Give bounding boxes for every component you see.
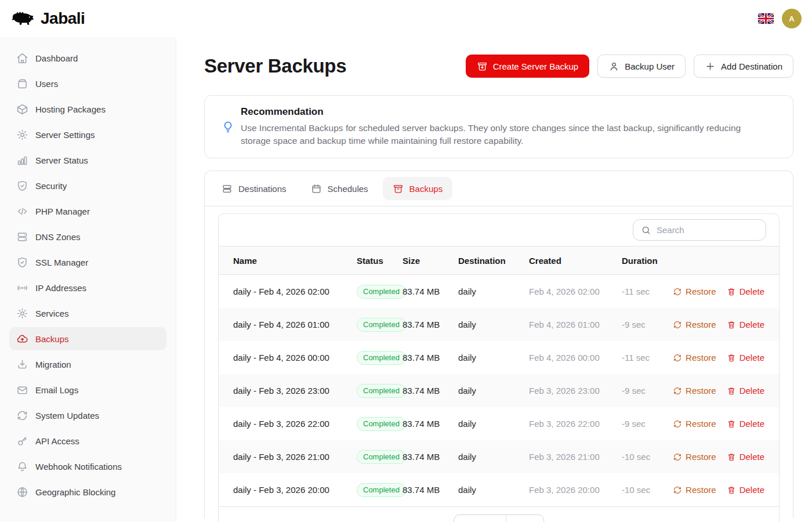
signal-icon [16, 282, 28, 294]
sidebar-item-label: Webhook Notifications [35, 462, 122, 472]
sidebar-item-php-manager[interactable]: PHP Manager [9, 200, 166, 223]
search-input[interactable] [657, 225, 758, 235]
user-avatar[interactable]: A [782, 9, 802, 28]
sidebar-item-label: Services [35, 309, 69, 318]
per-page-label: Per page [454, 515, 506, 522]
sidebar-item-ip-addresses[interactable]: IP Addresses [9, 276, 166, 299]
restore-label: Restore [686, 452, 716, 462]
status-badge: Completed [357, 318, 406, 332]
sidebar-item-webhook-notifications[interactable]: Webhook Notifications [9, 455, 166, 478]
sidebar-item-server-settings[interactable]: Server Settings [9, 123, 166, 146]
backup-name: daily - Feb 3, 2026 20:00 [233, 485, 357, 495]
status-badge: Completed [357, 483, 406, 497]
brand-logo[interactable]: Jabali [9, 9, 85, 28]
sidebar-item-label: Hosting Packages [35, 104, 106, 114]
tab-destinations[interactable]: Destinations [212, 177, 296, 200]
sidebar-item-label: SSL Manager [35, 258, 88, 267]
restore-button[interactable]: Restore [673, 452, 716, 462]
boar-logo-icon [9, 10, 36, 27]
trash-icon [727, 320, 736, 329]
restore-button[interactable]: Restore [673, 287, 716, 296]
backup-destination: daily [458, 386, 529, 396]
backup-destination: daily [458, 485, 529, 495]
restore-button[interactable]: Restore [673, 419, 716, 429]
tab-schedules[interactable]: Schedules [301, 177, 378, 200]
button-label: Backup User [625, 61, 675, 71]
gear-icon [16, 129, 28, 141]
backups-table-panel: Name Status Size Destination Created Dur… [218, 213, 780, 522]
tab-label: Destinations [238, 184, 287, 194]
bell-icon [16, 461, 28, 473]
recommendation-card: Recommendation Use Incremental Backups f… [204, 95, 793, 158]
language-flag-uk-icon[interactable] [758, 13, 774, 24]
user-icon [608, 61, 619, 72]
sidebar-item-dns-zones[interactable]: DNS Zones [9, 225, 166, 248]
create-server-backup-button[interactable]: Create Server Backup [466, 55, 590, 78]
server-stack-icon [222, 183, 233, 194]
delete-button[interactable]: Delete [727, 485, 764, 495]
restore-label: Restore [686, 287, 716, 296]
restore-icon [673, 353, 682, 362]
delete-button[interactable]: Delete [727, 386, 764, 396]
sidebar-item-server-status[interactable]: Server Status [9, 148, 166, 172]
sidebar-item-hosting-packages[interactable]: Hosting Packages [9, 97, 166, 121]
server-stack-icon [16, 231, 28, 243]
delete-button[interactable]: Delete [727, 287, 764, 296]
status-badge: Completed [357, 351, 406, 365]
gear-icon [16, 307, 28, 320]
restore-label: Restore [686, 419, 716, 429]
backup-duration: -11 sec [622, 287, 674, 296]
add-destination-button[interactable]: Add Destination [694, 55, 793, 78]
delete-button[interactable]: Delete [727, 320, 764, 329]
sidebar-item-security[interactable]: Security [9, 174, 166, 197]
backup-size: 83.74 MB [403, 320, 458, 329]
delete-label: Delete [740, 419, 764, 429]
restore-button[interactable]: Restore [673, 353, 716, 362]
restore-button[interactable]: Restore [673, 320, 716, 329]
sidebar-item-geographic-blocking[interactable]: Geographic Blocking [9, 480, 166, 503]
per-page-control: Per page 10 [454, 514, 544, 522]
globe-icon [16, 486, 28, 498]
restore-button[interactable]: Restore [673, 485, 716, 495]
delete-button[interactable]: Delete [727, 452, 764, 462]
sidebar-item-label: API Access [35, 436, 79, 446]
tab-backups[interactable]: Backups [383, 177, 453, 200]
sidebar-item-services[interactable]: Services [9, 302, 166, 325]
cloud-upload-icon [16, 333, 28, 345]
restore-label: Restore [686, 386, 716, 396]
backup-created: Feb 3, 2026 22:00 [529, 419, 622, 429]
shield-check-icon [16, 180, 28, 192]
trash-icon [727, 386, 736, 396]
backup-created: Feb 3, 2026 20:00 [529, 485, 622, 495]
backup-size: 83.74 MB [403, 485, 458, 495]
search-box [633, 219, 766, 241]
delete-button[interactable]: Delete [727, 353, 764, 362]
per-page-select[interactable]: 10 [506, 515, 543, 522]
delete-button[interactable]: Delete [727, 419, 764, 429]
restore-icon [673, 386, 682, 396]
backup-user-button[interactable]: Backup User [597, 55, 686, 78]
sidebar-item-system-updates[interactable]: System Updates [9, 404, 166, 427]
column-header-duration: Duration [622, 256, 674, 266]
recommendation-title: Recommendation [241, 106, 768, 118]
shield-check-icon [16, 256, 28, 269]
sidebar-item-label: Server Status [35, 155, 88, 165]
table-row: daily - Feb 3, 2026 21:00 Completed 83.7… [219, 440, 779, 473]
sidebar-item-dashboard[interactable]: Dashboard [9, 46, 166, 70]
sidebar-item-label: Server Settings [35, 130, 95, 140]
restore-label: Restore [686, 320, 716, 329]
table-row: daily - Feb 3, 2026 23:00 Completed 83.7… [219, 374, 779, 407]
sidebar-item-api-access[interactable]: API Access [9, 429, 166, 452]
column-header-size: Size [403, 256, 458, 266]
sidebar-item-users[interactable]: Users [9, 72, 166, 95]
restore-button[interactable]: Restore [673, 386, 716, 396]
trash-icon [727, 419, 736, 429]
sidebar-item-migration[interactable]: Migration [9, 353, 166, 376]
sidebar-item-backups[interactable]: Backups [9, 327, 166, 350]
sidebar-item-ssl-manager[interactable]: SSL Manager [9, 251, 166, 274]
column-header-created: Created [529, 256, 622, 266]
backup-created: Feb 4, 2026 01:00 [529, 320, 622, 329]
sidebar-item-email-logs[interactable]: Email Logs [9, 378, 166, 401]
backup-name: daily - Feb 4, 2026 02:00 [233, 287, 357, 296]
column-header-name: Name [233, 256, 357, 266]
